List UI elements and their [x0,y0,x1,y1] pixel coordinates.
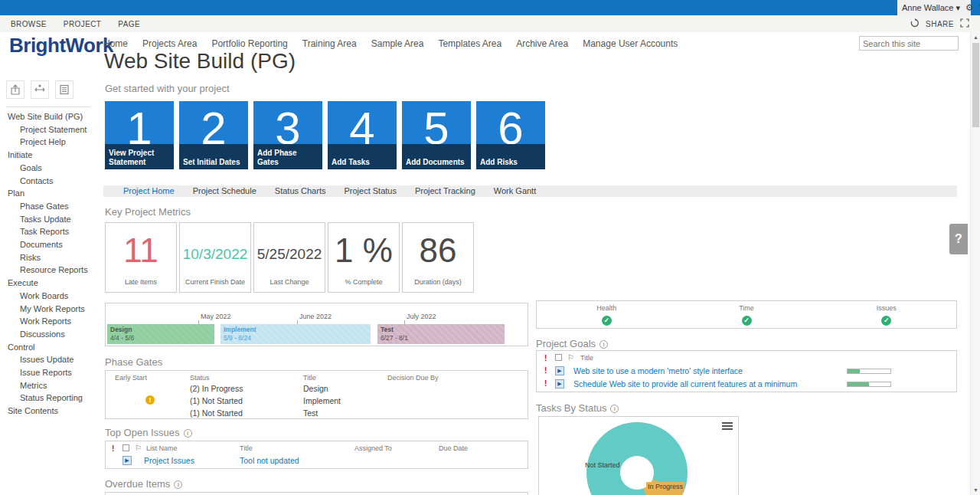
ribbon-tab-page[interactable]: PAGE [118,20,140,28]
gantt-bar-implement[interactable]: Implement 5/9 - 6/24 [220,324,371,344]
column-decision-due-by: Decision Due By [387,374,439,382]
goal-link[interactable]: Schedule Web site to provide all current… [573,379,797,388]
sidebar-item-issues-update[interactable]: Issues Update [0,353,100,366]
nav-training-area[interactable]: Training Area [302,38,357,49]
tab-project-status[interactable]: Project Status [344,185,396,197]
sidebar-item-issue-reports[interactable]: Issue Reports [0,366,100,379]
ribbon-tab-browse[interactable]: BROWSE [11,20,47,28]
sidebar-item-site-contents[interactable]: Site Contents [0,405,100,418]
share-button[interactable]: SHARE [926,20,954,28]
gear-icon[interactable]: ⚙ [965,3,974,12]
select-all-checkbox[interactable] [122,444,129,451]
brightwork-logo[interactable]: BrightWork [9,34,113,57]
info-icon[interactable]: i [174,480,182,489]
tab-work-gantt[interactable]: Work Gantt [494,185,536,197]
item-play-icon[interactable]: ▶ [122,456,132,465]
promote-icon[interactable] [6,80,24,99]
gate-title: Test [303,408,318,418]
sidebar-item-discussions[interactable]: Discussions [0,328,100,341]
column-assigned-to: Assigned To [354,444,392,452]
sidebar-item-execute[interactable]: Execute [0,277,100,290]
indicator-label: Time [677,304,817,312]
sidebar-item-phase-gates[interactable]: Phase Gates [0,200,100,213]
scrollbar-thumb[interactable] [972,43,979,127]
scroll-up-arrow[interactable]: ▲ [971,34,980,40]
issue-title-link[interactable]: Tool not updated [240,456,299,465]
sidebar-item-goals[interactable]: Goals [0,162,100,175]
info-icon[interactable]: i [599,340,608,349]
info-icon[interactable]: i [184,429,192,438]
top-navigation: Home Projects Area Portfolio Reporting T… [103,38,678,49]
sidebar-item-my-work-reports[interactable]: My Work Reports [0,303,100,316]
goal-link[interactable]: Web site to use a modern 'metro' style i… [573,366,743,375]
sidebar-item-project-help[interactable]: Project Help [0,136,100,149]
flag-icon: ⚐ [567,353,574,362]
nav-sample-area[interactable]: Sample Area [371,38,424,49]
item-play-icon[interactable]: ▶ [555,366,564,375]
search-input[interactable] [860,39,975,48]
tile-set-initial-dates[interactable]: 2 Set Initial Dates [179,101,248,169]
tab-project-schedule[interactable]: Project Schedule [193,185,256,197]
column-title: Title [580,354,593,362]
tile-add-tasks[interactable]: 4 Add Tasks [328,101,397,169]
sidebar-divider [6,107,90,107]
sidebar-item-project-statement[interactable]: Project Statement [0,123,100,136]
tile-add-risks[interactable]: 6 Add Risks [476,101,545,169]
nav-templates-area[interactable]: Templates Area [438,38,501,49]
sidebar-item-contacts[interactable]: Contacts [0,175,100,188]
metric-value: 10/3/2022 [180,246,250,263]
tab-project-tracking[interactable]: Project Tracking [415,185,475,197]
vertical-scrollbar[interactable]: ▲ ▼ [970,32,980,495]
sidebar-item-plan[interactable]: Plan [0,187,100,200]
tile-label: Add Documents [406,158,469,167]
metric-tiles: 11 Late Items 10/3/2022 Current Finish D… [105,222,474,293]
metric-label: Duration (days) [403,278,473,286]
help-flyout-tab[interactable]: ? [949,224,968,254]
flag-icon: ⚐ [135,444,142,452]
gate-status: (1) Not Started [190,408,243,418]
tab-project-home[interactable]: Project Home [123,185,175,197]
sidebar-item-resource-reports[interactable]: Resource Reports [0,264,100,277]
sidebar-item-work-reports[interactable]: Work Reports [0,315,100,328]
sidebar-item-work-boards[interactable]: Work Boards [0,290,100,303]
user-menu[interactable]: Anne Wallace ▾ [902,3,960,13]
sidebar-item-task-reports[interactable]: Task Reports [0,225,100,238]
gantt-bar-test[interactable]: Test 6/27 - 8/1 [377,324,505,344]
sidebar-item-risks[interactable]: Risks [0,251,100,264]
nav-portfolio-reporting[interactable]: Portfolio Reporting [211,38,287,49]
select-all-checkbox[interactable] [555,354,562,361]
tab-status-charts[interactable]: Status Charts [275,185,326,197]
gantt-bar-design[interactable]: Design 4/4 - 5/6 [107,324,214,344]
move-icon[interactable] [31,80,49,99]
scroll-down-arrow[interactable]: ▼ [971,487,980,493]
sidebar-item-metrics[interactable]: Metrics [0,379,100,392]
chart-menu-icon[interactable] [722,422,733,431]
phase-gates-heading: Phase Gates [105,356,162,368]
column-title: Title [303,374,316,382]
sidebar-item-web-site-build[interactable]: Web Site Build (PG) [0,110,100,123]
nav-home[interactable]: Home [103,38,128,49]
sidebar-item-tasks-update[interactable]: Tasks Update [0,213,100,226]
list-icon[interactable] [55,80,74,99]
column-status: Status [190,374,210,382]
chevron-down-icon: ▾ [956,3,961,12]
focus-mode-icon[interactable] [960,17,969,31]
item-play-icon[interactable]: ▶ [555,379,564,388]
nav-manage-user-accounts[interactable]: Manage User Accounts [583,38,678,49]
info-icon[interactable]: i [610,405,619,413]
nav-projects-area[interactable]: Projects Area [142,38,197,49]
ribbon-tab-project[interactable]: PROJECT [64,20,101,28]
sidebar-item-control[interactable]: Control [0,341,100,354]
issue-list-name-link[interactable]: Project Issues [144,456,194,465]
sidebar-item-documents[interactable]: Documents [0,238,100,251]
gantt-bar-dates: 4/4 - 5/6 [110,334,211,343]
nav-archive-area[interactable]: Archive Area [516,38,568,49]
sidebar-item-status-reporting[interactable]: Status Reporting [0,392,100,405]
gate-title: Design [303,384,328,393]
gantt-bar-name: Test [381,326,501,334]
sidebar-item-initiate[interactable]: Initiate [0,149,100,162]
view-tab-strip: Project Home Project Schedule Status Cha… [103,185,957,197]
tile-add-phase-gates[interactable]: 3 Add Phase Gates [253,101,322,169]
tile-add-documents[interactable]: 5 Add Documents [402,101,471,169]
tile-view-project-statement[interactable]: 1 View Project Statement [105,101,174,169]
